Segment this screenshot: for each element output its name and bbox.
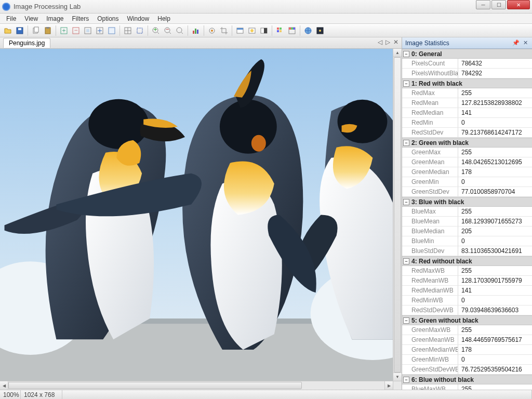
menu-image[interactable]: Image [42,14,68,23]
panel-close-icon[interactable]: ✕ [522,39,529,47]
stat-row[interactable]: RedStdDev79.213768614247172 [402,128,532,138]
palette-icon[interactable] [274,25,286,36]
levels-icon[interactable] [234,25,246,36]
stats-group-header[interactable]: −5: Green without black [402,315,532,325]
paste-icon[interactable] [42,25,54,36]
stat-row[interactable]: GreenMean148.04265213012695 [402,157,532,167]
vertical-scrollbar[interactable]: ▲ ▼ [393,49,402,381]
grid-1-icon[interactable] [122,25,134,36]
stat-row[interactable]: BlueStdDev83.110365300421691 [402,246,532,256]
blank-icon[interactable] [314,25,326,36]
save-icon[interactable] [14,25,25,36]
stat-row[interactable]: BlueMax255 [402,207,532,217]
horizontal-scrollbar[interactable]: ◀ ▶ [0,381,402,390]
stat-row[interactable]: RedMedianWB141 [402,286,532,296]
tab-close-icon[interactable]: ✕ [393,38,398,46]
hscroll-track[interactable] [8,381,384,390]
stat-row[interactable]: BlueMean168.12939071655273 [402,217,532,227]
scroll-up-icon[interactable]: ▲ [393,49,402,57]
stat-row[interactable]: RedMinWB0 [402,296,532,305]
scroll-right-icon[interactable]: ▶ [384,381,393,390]
collapse-icon[interactable]: − [403,258,409,264]
magnify-minus-icon[interactable]: − [162,25,174,36]
hscroll-thumb[interactable] [8,382,302,389]
swatch-icon[interactable] [286,25,298,36]
stats-group-header[interactable]: −0: General [402,49,532,59]
minimize-button[interactable]: ─ [476,0,490,9]
histogram-icon[interactable] [190,25,202,36]
stat-row[interactable]: GreenMin0 [402,177,532,187]
stat-row[interactable]: PixelsCount786432 [402,59,532,69]
stats-group-header[interactable]: −4: Red without black [402,256,532,266]
tab-next-icon[interactable]: ▷ [385,38,390,46]
fit-window-icon[interactable] [106,25,117,36]
vscroll-thumb[interactable] [394,57,401,373]
open-icon[interactable] [2,25,14,36]
stats-group-header[interactable]: −6: Blue without black [402,375,532,384]
collapse-icon[interactable]: − [403,81,409,87]
collapse-icon[interactable]: − [403,377,409,383]
globe-icon[interactable] [302,25,314,36]
stat-row[interactable]: RedMean127.82153828938802 [402,98,532,108]
stat-row[interactable]: RedMeanWB128.17030901755979 [402,276,532,286]
vscroll-track[interactable] [393,57,402,373]
stat-row[interactable]: RedMax255 [402,88,532,98]
collapse-icon[interactable]: − [403,317,409,324]
contrast-icon[interactable] [258,25,270,36]
menu-help[interactable]: Help [153,14,175,23]
scroll-left-icon[interactable]: ◀ [0,381,8,390]
stat-row[interactable]: BlueMin0 [402,236,532,246]
collapse-icon[interactable]: − [403,140,409,146]
stat-row[interactable]: BlueMaxWB255 [402,384,532,390]
status-dimensions: 532 x 399 [21,390,62,399]
svg-text:+: + [153,26,157,33]
stat-row[interactable]: RedMedian141 [402,108,532,118]
stat-value: 77.0100858970704 [458,188,532,195]
stat-row[interactable]: PixelsWithoutBlack784292 [402,69,532,78]
magnify-reset-icon[interactable] [174,25,185,36]
stat-row[interactable]: GreenMedian178 [402,167,532,177]
stat-row[interactable]: GreenStdDev77.0100858970704 [402,187,532,197]
stat-row[interactable]: GreenStdDevWB76.725295359504216 [402,365,532,375]
stat-row[interactable]: GreenMaxWB255 [402,325,532,335]
stats-group-header[interactable]: −3: Blue with black [402,197,532,207]
zoom-in-icon[interactable]: + [58,25,70,36]
pin-icon[interactable]: 📌 [512,39,520,47]
brightness-icon[interactable] [246,25,258,36]
stat-key: GreenMinWB [402,355,458,364]
stat-row[interactable]: GreenMax255 [402,148,532,157]
center-icon[interactable] [206,25,218,36]
stat-row[interactable]: RedMin0 [402,118,532,128]
menu-view[interactable]: View [20,14,42,23]
scroll-down-icon[interactable]: ▼ [393,373,402,381]
tab-prev-icon[interactable]: ◁ [378,38,382,46]
stat-row[interactable]: GreenMeanWB148.44659769575617 [402,335,532,345]
stat-row[interactable]: GreenMedianWB178 [402,345,532,355]
zoom-icon[interactable] [82,25,94,36]
panel-body[interactable]: −0: GeneralPixelsCount786432PixelsWithou… [402,49,532,390]
crop-icon[interactable] [218,25,230,36]
stats-group-header[interactable]: −1: Red with black [402,78,532,88]
menu-file[interactable]: File [2,14,20,23]
menu-window[interactable]: Window [123,14,154,23]
stats-group-header[interactable]: −2: Green with black [402,138,532,148]
stat-row[interactable]: BlueMedian205 [402,227,532,236]
collapse-icon[interactable]: − [403,51,409,57]
fit-icon[interactable] [94,25,105,36]
zoom-out-icon[interactable]: − [70,25,82,36]
stat-value: 127.82153828938802 [458,99,532,107]
stat-row[interactable]: GreenMinWB0 [402,355,532,365]
close-button[interactable]: ✕ [507,0,530,9]
menu-options[interactable]: Options [93,14,123,23]
group-title: 5: Green without black [411,317,478,324]
menu-filters[interactable]: Filters [68,14,94,23]
selection-icon[interactable] [134,25,145,36]
copy-icon[interactable] [30,25,42,36]
collapse-icon[interactable]: − [403,199,409,205]
image-view[interactable] [0,49,393,381]
stat-row[interactable]: RedMaxWB255 [402,266,532,276]
magnify-plus-icon[interactable]: + [150,25,162,36]
stat-row[interactable]: RedStdDevWB79.03948639636603 [402,305,532,315]
maximize-button[interactable]: ☐ [491,0,506,9]
document-tab[interactable]: Penguins.jpg [3,38,50,48]
